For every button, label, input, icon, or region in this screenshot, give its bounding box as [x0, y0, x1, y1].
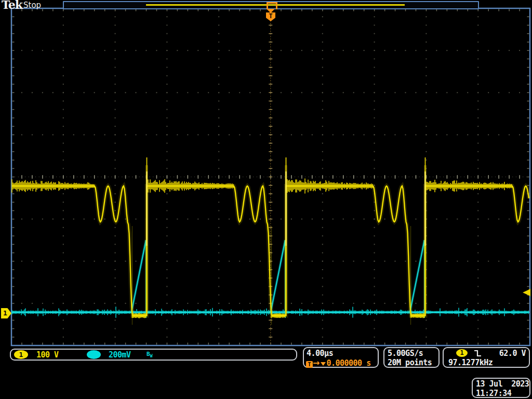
channel2-scale[interactable]: 200mV: [109, 350, 131, 360]
graticule-area: [0, 0, 532, 399]
down-triangle-icon: [321, 362, 326, 366]
channel1-badge[interactable]: 1: [14, 350, 28, 359]
trigger-delay-row: T→0.000000 s: [306, 358, 371, 368]
channel2-badge[interactable]: 2: [87, 350, 101, 359]
tek-logo: Tek: [2, 0, 22, 11]
acquisition-readout-box[interactable]: 5.00GS/s 20M points: [383, 347, 440, 368]
right-arrow-icon: →: [313, 358, 320, 368]
record-view-bar[interactable]: [63, 1, 479, 9]
record-length: 20M points: [388, 358, 432, 367]
channel1-scale[interactable]: 100 V: [36, 350, 59, 360]
timebase-readout-box[interactable]: 4.00µs T→0.000000 s: [303, 347, 379, 368]
trigger-level-value: 62.0 V: [499, 349, 526, 358]
sample-rate: 5.00GS/s: [388, 349, 423, 358]
acquisition-status: Stop: [23, 1, 41, 10]
trigger-readout-box[interactable]: 1 62.0 V 97.1277kHz: [443, 347, 530, 368]
oscilloscope-screen: Tek Stop T 1 1 100 V 2 200mV BW 4.00µs T…: [0, 0, 532, 399]
trigger-frequency: 97.1277kHz: [448, 358, 493, 367]
trigger-position-pointer-icon: [267, 9, 275, 13]
bandwidth-limit-icon: BW: [147, 351, 152, 358]
trigger-level-arrow-icon[interactable]: [523, 289, 530, 296]
time-label: 11:27:34: [476, 389, 511, 398]
falling-edge-icon: [473, 349, 483, 357]
trigger-position-bracket-icon[interactable]: [267, 2, 277, 9]
trigger-source-badge: 1: [456, 349, 468, 357]
timebase-scale: 4.00µs: [307, 349, 333, 358]
trigger-delay-value: 0.000000 s: [326, 358, 370, 368]
datetime-box: 13 Jul 2023 11:27:34: [472, 378, 530, 398]
channel-readout-box: 1 100 V 2 200mV BW: [10, 349, 297, 361]
date-label: 13 Jul 2023: [476, 379, 529, 389]
trigger-t-icon: T: [306, 361, 313, 368]
